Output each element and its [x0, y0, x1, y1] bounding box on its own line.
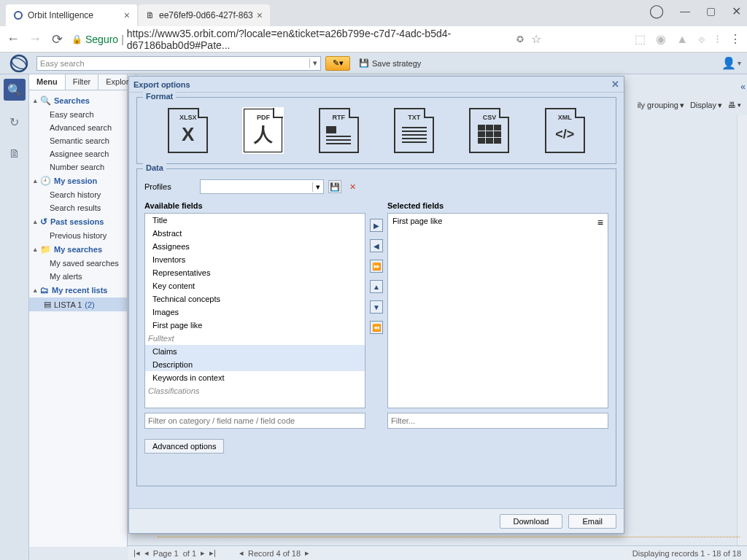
close-icon[interactable]: × [257, 9, 263, 21]
move-all-left-button[interactable]: ⏪ [370, 321, 383, 334]
filter-selected-input[interactable] [387, 413, 608, 429]
user-avatar-icon[interactable]: ◯ [649, 3, 664, 19]
next-record-icon[interactable]: ▸ [305, 548, 309, 558]
prev-page-icon[interactable]: ◂ [144, 548, 149, 558]
field-option[interactable]: Inventors [145, 253, 365, 266]
close-icon[interactable]: × [124, 9, 130, 21]
format-xlsx[interactable]: XLSXX [168, 108, 208, 153]
save-profile-button[interactable]: 💾 [328, 180, 341, 193]
tree-item[interactable]: Assignee search [29, 147, 127, 160]
record-label: Record 4 of 18 [248, 549, 301, 558]
format-xml[interactable]: XML</> [545, 108, 585, 153]
ext-icon-3[interactable]: ▲ [676, 33, 688, 46]
display-dropdown[interactable]: Display ▾ [690, 101, 722, 110]
print-icon[interactable]: 🖶 ▾ [728, 101, 741, 109]
tree-item[interactable]: Search results [29, 201, 127, 214]
tree-group-past[interactable]: ▴↺Past sessions [29, 214, 127, 229]
tree-group-mysearches[interactable]: ▴📁My searches [29, 242, 127, 257]
back-icon[interactable]: ← [6, 31, 20, 47]
field-option[interactable]: Description [145, 358, 365, 371]
tree-item[interactable]: Easy search [29, 108, 127, 121]
ext-icon-5[interactable]: ⁝ [716, 32, 719, 46]
close-window-icon[interactable]: ✕ [732, 4, 741, 18]
format-rtf[interactable]: RTF [319, 108, 359, 153]
last-page-icon[interactable]: ▸| [209, 548, 216, 558]
scrollbar[interactable] [737, 115, 747, 545]
field-option[interactable]: Title [145, 214, 365, 227]
easy-search-combo[interactable]: Easy search ▾ [36, 56, 321, 71]
of-label: of 1 [183, 549, 196, 558]
field-option[interactable]: First page like [145, 319, 365, 332]
tree-group-session[interactable]: ▴🕘My session [29, 174, 127, 188]
prev-record-icon[interactable]: ◂ [239, 548, 244, 558]
ext-icon-1[interactable]: ⬚ [635, 32, 646, 46]
email-button[interactable]: Email [568, 514, 616, 529]
tree-item[interactable]: Search history [29, 188, 127, 201]
rail-doc-icon[interactable]: 🗎 [4, 143, 26, 165]
minimize-icon[interactable]: — [680, 5, 690, 17]
profiles-combo[interactable]: ▾ [200, 179, 324, 194]
chevron-down-icon[interactable]: ▾ [738, 59, 741, 67]
rail-history-icon[interactable]: ↻ [4, 111, 26, 133]
sidebar-tab-menu[interactable]: Menu [29, 74, 66, 90]
move-left-button[interactable]: ◀ [370, 239, 383, 252]
move-down-button[interactable]: ▼ [370, 300, 383, 314]
bookmark-star-icon[interactable]: ☆ [531, 32, 541, 46]
selected-fields-list[interactable]: First page like ≡ [387, 213, 608, 408]
save-strategy-button[interactable]: 💾 Save strategy [359, 58, 421, 68]
chevron-down-icon[interactable]: ▾ [309, 58, 317, 68]
family-grouping-dropdown[interactable]: ily grouping ▾ [638, 101, 684, 110]
menu-icon[interactable]: ⋮ [729, 32, 741, 46]
format-csv[interactable]: CSV [469, 108, 509, 153]
field-option[interactable]: Technical concepts [145, 292, 365, 306]
forward-icon[interactable]: → [28, 31, 42, 47]
delete-profile-button[interactable]: ✕ [346, 180, 359, 193]
list-menu-icon[interactable]: ≡ [597, 217, 603, 228]
tab-title: Orbit Intelligence [28, 10, 93, 20]
tree-item[interactable]: Number search [29, 160, 127, 174]
field-option[interactable]: Abstract [145, 227, 365, 240]
ext-icon-4[interactable]: ⟐ [698, 33, 705, 46]
highlighter-button[interactable]: ✎▾ [325, 56, 350, 71]
field-option[interactable]: Key content [145, 279, 365, 292]
advanced-options-button[interactable]: Advanced options [144, 439, 224, 454]
move-right-button[interactable]: ▶ [370, 219, 383, 232]
download-button[interactable]: Download [500, 514, 563, 529]
orbit-logo[interactable] [6, 52, 32, 74]
export-options-dialog: Export options ✕ Format XLSXX PDF人 RTF T… [128, 76, 624, 534]
collapse-icon[interactable]: « [740, 82, 746, 92]
ext-icon-2[interactable]: ◉ [656, 32, 666, 46]
browser-tab-other[interactable]: 🗎 ee76fef9-0d66-427f-863 × [139, 4, 270, 26]
field-option[interactable]: Representatives [145, 266, 365, 279]
field-option[interactable]: Images [145, 306, 365, 319]
address-bar[interactable]: 🔒 Seguro | https://www35.orbit.com/?loca… [71, 28, 509, 51]
close-icon[interactable]: ✕ [611, 79, 619, 90]
field-option[interactable]: Claims [145, 345, 365, 358]
move-all-right-button[interactable]: ⏩ [370, 260, 383, 273]
sidebar-tab-filter[interactable]: Filter [66, 74, 98, 90]
first-page-icon[interactable]: |◂ [133, 548, 140, 558]
tree-item[interactable]: My alerts [29, 270, 127, 283]
selected-field-item[interactable]: First page like [392, 217, 442, 225]
format-pdf[interactable]: PDF人 [243, 108, 283, 153]
tree-item[interactable]: Previous history [29, 229, 127, 242]
user-icon[interactable]: 👤 [721, 56, 736, 70]
next-page-icon[interactable]: ▸ [201, 548, 205, 558]
tree-group-searches[interactable]: ▴🔍Searches [29, 93, 127, 108]
format-txt[interactable]: TXT [394, 108, 434, 153]
tree-item[interactable]: Advanced search [29, 121, 127, 134]
browser-tab-orbit[interactable]: Orbit Intelligence × [6, 4, 137, 26]
field-option[interactable]: Assignees [145, 240, 365, 253]
tree-item-lista1[interactable]: ▤ LISTA 1 (2) [29, 298, 127, 311]
field-option[interactable]: Keywords in context [145, 371, 365, 384]
tree-item[interactable]: Semantic search [29, 134, 127, 147]
tts-icon[interactable]: ✪ [516, 34, 524, 44]
maximize-icon[interactable]: ▢ [706, 5, 716, 17]
rail-search-icon[interactable]: 🔍 [4, 79, 26, 101]
move-up-button[interactable]: ▲ [370, 280, 383, 293]
reload-icon[interactable]: ⟳ [50, 31, 64, 47]
tree-item[interactable]: My saved searches [29, 257, 127, 270]
available-fields-list[interactable]: Title Abstract Assignees Inventors Repre… [144, 213, 365, 408]
filter-available-input[interactable] [144, 413, 365, 429]
tree-group-recent[interactable]: ▴🗂My recent lists [29, 283, 127, 298]
